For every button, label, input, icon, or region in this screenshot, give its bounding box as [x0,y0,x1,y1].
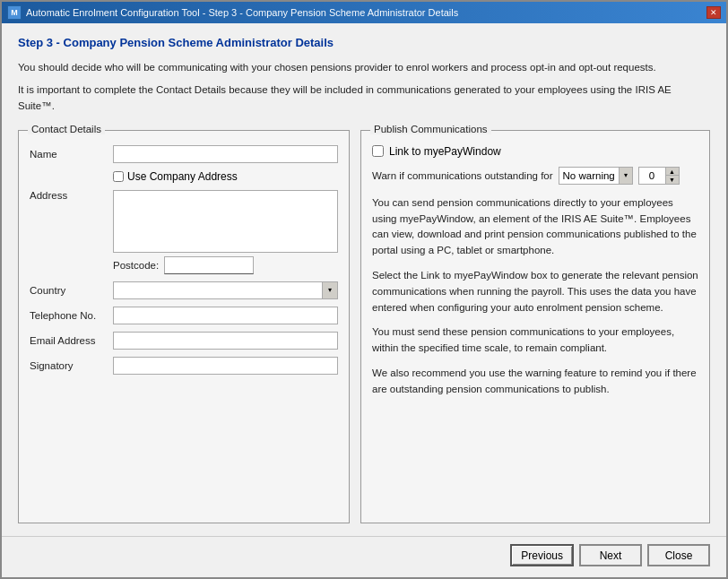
publish-legend: Publish Communications [370,124,491,134]
use-company-address-checkbox[interactable] [113,171,124,182]
window-icon: M [7,5,22,20]
warn-label: Warn if communications outstanding for [372,170,553,181]
address-row: Address [30,190,338,253]
warn-select-wrapper: No warning 1 day 2 days 3 days 5 days 7 … [559,167,633,185]
info-text-2: Select the Link to myePayWindow box to g… [372,268,698,315]
window-title: Automatic Enrolment Configuration Tool -… [26,7,458,18]
footer: Previous Next Close [2,536,726,577]
spinner-up-button[interactable]: ▲ [666,168,679,177]
spinner-down-button[interactable]: ▼ [666,176,679,184]
signatory-label: Signatory [30,360,106,371]
telephone-input[interactable] [113,307,338,324]
use-company-address-label: Use Company Address [127,170,238,183]
name-label: Name [30,149,106,160]
telephone-row: Telephone No. [30,307,338,324]
spinner-buttons: ▲ ▼ [665,167,680,185]
link-mypaywindow-row: Link to myePayWindow [372,145,698,158]
warn-select[interactable]: No warning 1 day 2 days 3 days 5 days 7 … [559,167,633,185]
description-2: It is important to complete the Contact … [18,82,710,114]
name-row: Name [30,145,338,163]
contact-details-legend: Contact Details [28,124,105,134]
main-panels: Contact Details Name Use Company Address… [18,130,710,523]
postcode-input[interactable] [164,256,254,274]
use-company-address-row: Use Company Address [113,170,338,183]
info-text-3: You must send these pension communicatio… [372,324,698,357]
title-bar: M Automatic Enrolment Configuration Tool… [2,2,726,23]
link-mypaywindow-checkbox[interactable] [372,145,384,157]
warn-row: Warn if communications outstanding for N… [372,167,698,185]
main-window: M Automatic Enrolment Configuration Tool… [0,0,728,579]
country-select-wrapper: United Kingdom ▾ [113,281,338,299]
next-button[interactable]: Next [579,544,642,566]
close-icon[interactable]: ✕ [706,6,721,19]
country-select[interactable]: United Kingdom [113,281,338,299]
page-title: Step 3 - Company Pension Scheme Administ… [18,36,710,49]
country-row: Country United Kingdom ▾ [30,281,338,299]
signatory-input[interactable] [113,357,338,375]
postcode-row: Postcode: [113,256,338,274]
signatory-row: Signatory [30,357,338,375]
previous-button[interactable]: Previous [510,544,574,566]
info-text-4: We also recommend you use the warning fe… [372,366,698,398]
telephone-label: Telephone No. [30,310,106,321]
publish-communications-panel: Publish Communications Link to myePayWin… [360,130,710,523]
content-area: Step 3 - Company Pension Scheme Administ… [2,23,726,536]
email-input[interactable] [113,332,338,350]
link-mypaywindow-label: Link to myePayWindow [389,145,501,158]
country-label: Country [30,285,106,296]
email-label: Email Address [30,335,106,346]
info-text-1: You can send pension communications dire… [372,195,698,259]
contact-details-panel: Contact Details Name Use Company Address… [18,130,350,523]
email-row: Email Address [30,332,338,350]
name-input[interactable] [113,145,338,163]
spinner-wrapper: ▲ ▼ [638,167,680,185]
close-button[interactable]: Close [647,544,710,566]
address-label: Address [30,190,106,201]
description-1: You should decide who will be communicat… [18,60,710,75]
spinner-input[interactable] [638,167,665,185]
address-input[interactable] [113,190,338,253]
postcode-label: Postcode: [113,260,159,271]
